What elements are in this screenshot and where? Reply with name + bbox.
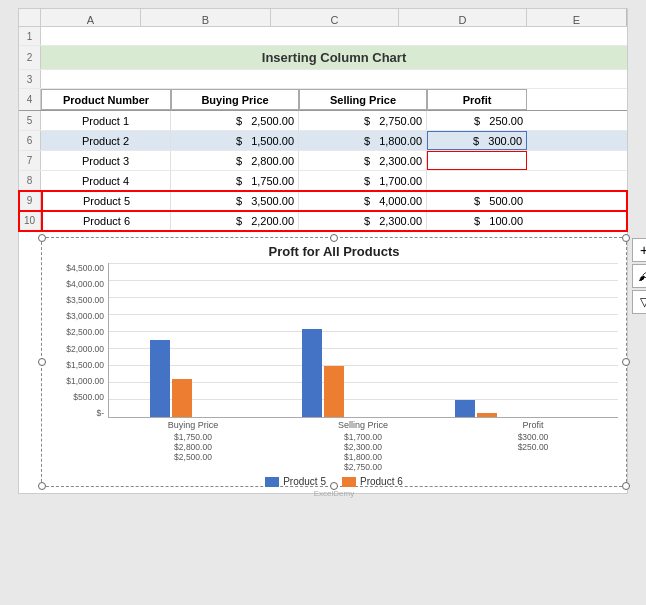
cell-buying-1: $ 2,500.00 (171, 111, 299, 130)
row-num-2: 2 (19, 46, 41, 69)
table-row: 8 Product 4 $ 1,750.00 $ 1,700.00 (19, 171, 627, 191)
cell-buying-5: $ 3,500.00 (171, 191, 299, 210)
col-header-e: E (527, 9, 627, 26)
row-num-5: 5 (19, 111, 41, 130)
legend-item-product6: Product 6 (342, 476, 403, 487)
legend-color-product6 (342, 477, 356, 487)
cell-selling-5: $ 4,000.00 (299, 191, 427, 210)
chart-add-button[interactable]: + (632, 238, 646, 262)
y-label: $3,500.00 (66, 295, 104, 305)
col-header-d: D (399, 9, 527, 26)
watermark: ExcelDemy (50, 489, 618, 498)
bar-group-2 (302, 329, 344, 417)
y-label: $1,500.00 (66, 360, 104, 370)
handle-rc (622, 358, 630, 366)
cell-profit-4-empty (427, 171, 527, 190)
table-row: 9 Product 5 $ 3,500.00 $ 4,000.00 $ 500.… (19, 191, 627, 211)
bar-blue-3 (455, 400, 475, 417)
val-label: $2,300.00 (278, 442, 448, 452)
cell-product-3: Product 3 (41, 151, 171, 170)
chart-title-cell: Inserting Column Chart (41, 46, 627, 69)
header-buying-price: Buying Price (171, 89, 299, 110)
val-label: $1,750.00 (108, 432, 278, 442)
row-num-1: 1 (19, 27, 41, 45)
chart-plot (108, 263, 618, 418)
x-label-profit: Profit (448, 420, 618, 430)
cell-buying-3: $ 2,800.00 (171, 151, 299, 170)
handle-tc (330, 234, 338, 242)
row-num-7: 7 (19, 151, 41, 170)
handle-tr (622, 234, 630, 242)
handle-br (622, 482, 630, 490)
header-selling-price: Selling Price (299, 89, 427, 110)
y-label: $- (96, 408, 104, 418)
cell-selling-3: $ 2,300.00 (299, 151, 427, 170)
x-axis-labels: Buying Price Selling Price Profit (108, 420, 618, 430)
cell-product-1: Product 1 (41, 111, 171, 130)
chart-style-button[interactable]: 🖌 (632, 264, 646, 288)
val-label: $250.00 (448, 442, 618, 452)
bar-group-1 (150, 340, 192, 417)
row-num-10: 10 (19, 211, 41, 230)
title-row: 2 Inserting Column Chart (19, 46, 627, 70)
col-header-a: A (41, 9, 141, 26)
chart-heading: Proft for All Products (50, 244, 618, 259)
cell-product-2: Product 2 (41, 131, 171, 150)
y-label: $4,000.00 (66, 279, 104, 289)
val-label: $2,500.00 (108, 452, 278, 462)
handle-lc (38, 358, 46, 366)
val-label: $1,700.00 (278, 432, 448, 442)
chart-toolbar: + 🖌 ▽ (632, 238, 646, 314)
cell-profit-3-empty (427, 151, 527, 170)
y-axis: $4,500.00 $4,000.00 $3,500.00 $3,000.00 … (50, 263, 108, 418)
y-label: $3,000.00 (66, 311, 104, 321)
table-row: 6 Product 2 $ 1,500.00 $ 1,800.00 $ 300.… (19, 131, 627, 151)
handle-tl (38, 234, 46, 242)
table-row: 7 Product 3 $ 2,800.00 $ 2,300.00 (19, 151, 627, 171)
cell-buying-4: $ 1,750.00 (171, 171, 299, 190)
col-header-b: B (141, 9, 271, 26)
val-label: $2,750.00 (278, 462, 448, 472)
row-num-6: 6 (19, 131, 41, 150)
cell-product-4: Product 4 (41, 171, 171, 190)
x-label-buying: Buying Price (108, 420, 278, 430)
cell-selling-2: $ 1,800.00 (299, 131, 427, 150)
y-label: $2,500.00 (66, 327, 104, 337)
cell-selling-1: $ 2,750.00 (299, 111, 427, 130)
handle-bl (38, 482, 46, 490)
col-header-c: C (271, 9, 399, 26)
cell-selling-4: $ 1,700.00 (299, 171, 427, 190)
handle-bc (330, 482, 338, 490)
y-label: $500.00 (73, 392, 104, 402)
legend-color-product5 (265, 477, 279, 487)
row-num-9: 9 (19, 191, 41, 210)
chart-area: Proft for All Products $4,500.00 $4,000.… (41, 237, 627, 487)
cell-selling-6: $ 2,300.00 (299, 211, 427, 230)
data-value-labels: $1,750.00 $2,800.00 $2,500.00 $1,700.00 … (108, 432, 618, 472)
bar-orange-1 (172, 379, 192, 417)
cell-buying-6: $ 2,200.00 (171, 211, 299, 230)
val-label: $300.00 (448, 432, 618, 442)
y-label: $1,000.00 (66, 376, 104, 386)
row-num-3: 3 (19, 70, 41, 88)
cell-profit-6: $ 100.00 (427, 211, 527, 230)
table-row: 10 Product 6 $ 2,200.00 $ 2,300.00 $ 100… (19, 211, 627, 231)
bar-blue-1 (150, 340, 170, 417)
legend-label-product5: Product 5 (283, 476, 326, 487)
bar-group-3 (455, 400, 497, 417)
legend-label-product6: Product 6 (360, 476, 403, 487)
legend-item-product5: Product 5 (265, 476, 326, 487)
x-label-selling: Selling Price (278, 420, 448, 430)
cell-buying-2: $ 1,500.00 (171, 131, 299, 150)
y-label: $4,500.00 (66, 263, 104, 273)
cell-product-5: Product 5 (41, 191, 171, 210)
bar-blue-2 (302, 329, 322, 417)
chart-filter-button[interactable]: ▽ (632, 290, 646, 314)
table-header-row: 4 Product Number Buying Price Selling Pr… (19, 89, 627, 111)
val-label: $2,800.00 (108, 442, 278, 452)
row-num-4: 4 (19, 89, 41, 110)
cell-profit-5: $ 500.00 (427, 191, 527, 210)
bar-orange-2 (324, 366, 344, 417)
bar-orange-3 (477, 413, 497, 417)
cell-product-6: Product 6 (41, 211, 171, 230)
